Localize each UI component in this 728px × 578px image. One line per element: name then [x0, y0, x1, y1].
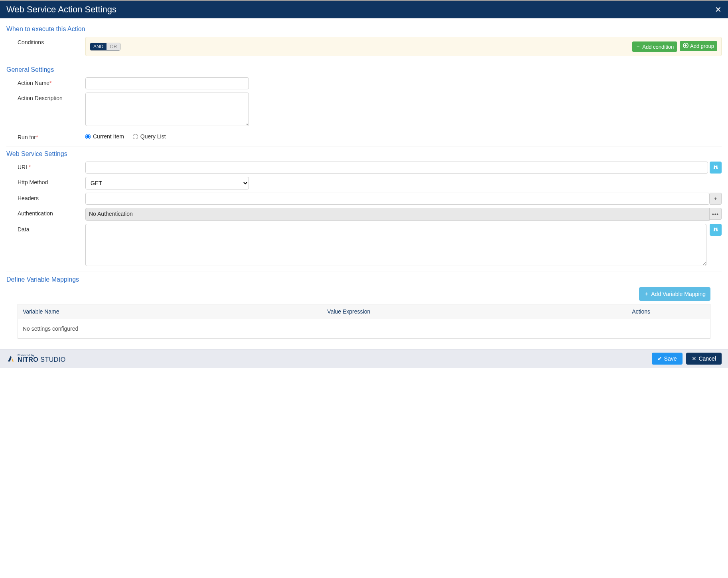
run-for-label: Run for*: [18, 132, 85, 140]
col-variable-name: Variable Name: [18, 304, 323, 319]
add-condition-button[interactable]: ＋ Add condition: [632, 41, 677, 52]
dialog-header: Web Service Action Settings ✕: [0, 0, 728, 18]
empty-message: No settings configured: [18, 319, 710, 339]
close-button[interactable]: ✕: [715, 6, 722, 14]
section-heading-general: General Settings: [6, 66, 722, 73]
action-name-input[interactable]: [85, 77, 249, 89]
plus-circle-icon: [683, 43, 689, 49]
table-row: No settings configured: [18, 319, 710, 339]
brand: Powered by NITRO STUDIO: [6, 354, 66, 363]
brand-logo-icon: [6, 354, 15, 363]
add-condition-label: Add condition: [642, 44, 674, 50]
data-label: Data: [18, 224, 85, 233]
url-label: URL*: [18, 162, 85, 170]
headers-label: Headers: [18, 193, 85, 201]
authentication-label: Authentication: [18, 208, 85, 217]
run-for-current-item[interactable]: Current Item: [85, 133, 124, 140]
action-name-label: Action Name*: [18, 77, 85, 86]
url-lookup-button[interactable]: [710, 162, 722, 174]
brand-sub: STUDIO: [40, 356, 65, 363]
save-button[interactable]: ✔ Save: [652, 353, 683, 365]
ellipsis-icon: •••: [712, 211, 719, 217]
or-button[interactable]: OR: [107, 43, 120, 50]
col-value-expression: Value Expression: [322, 304, 627, 319]
data-input[interactable]: [85, 224, 706, 266]
radio-query-list[interactable]: [132, 134, 138, 139]
check-icon: ✔: [657, 355, 662, 362]
authentication-config-button[interactable]: •••: [710, 208, 722, 220]
cancel-button[interactable]: ✕ Cancel: [686, 353, 722, 365]
run-for-query-list[interactable]: Query List: [133, 133, 166, 140]
action-description-input[interactable]: [85, 93, 249, 126]
http-method-select[interactable]: GET: [85, 177, 249, 189]
plus-icon: ＋: [635, 43, 641, 50]
plus-icon: ＋: [644, 290, 649, 298]
plus-icon: ＋: [713, 195, 718, 202]
radio-current-item[interactable]: [85, 134, 91, 139]
add-variable-mapping-button[interactable]: ＋ Add Variable Mapping: [639, 287, 710, 301]
footer: Powered by NITRO STUDIO ✔ Save ✕ Cancel: [0, 349, 728, 368]
section-heading-when: When to execute this Action: [6, 26, 722, 33]
action-description-label: Action Description: [18, 93, 85, 101]
brand-main: NITRO: [18, 356, 38, 363]
authentication-display: No Authentication: [85, 208, 710, 221]
data-lookup-button[interactable]: [710, 224, 722, 236]
dialog-title: Web Service Action Settings: [6, 4, 116, 15]
and-button[interactable]: AND: [90, 43, 107, 50]
conditions-label: Conditions: [18, 37, 85, 45]
headers-add-button[interactable]: ＋: [710, 193, 722, 205]
add-group-label: Add group: [690, 43, 714, 49]
section-heading-mappings: Define Variable Mappings: [6, 276, 722, 283]
col-actions: Actions: [627, 304, 710, 319]
binoculars-icon: [713, 164, 718, 171]
binoculars-icon: [713, 227, 718, 233]
section-heading-websvc: Web Service Settings: [6, 150, 722, 158]
close-icon: ✕: [715, 5, 722, 14]
url-input[interactable]: [85, 162, 708, 174]
x-icon: ✕: [692, 355, 696, 362]
mappings-table: Variable Name Value Expression Actions N…: [18, 304, 710, 339]
http-method-label: Http Method: [18, 177, 85, 185]
and-or-toggle[interactable]: AND OR: [90, 43, 120, 51]
add-group-button[interactable]: Add group: [680, 41, 717, 51]
conditions-box: AND OR ＋ Add condition Add group: [85, 37, 722, 56]
headers-input[interactable]: [85, 193, 710, 205]
